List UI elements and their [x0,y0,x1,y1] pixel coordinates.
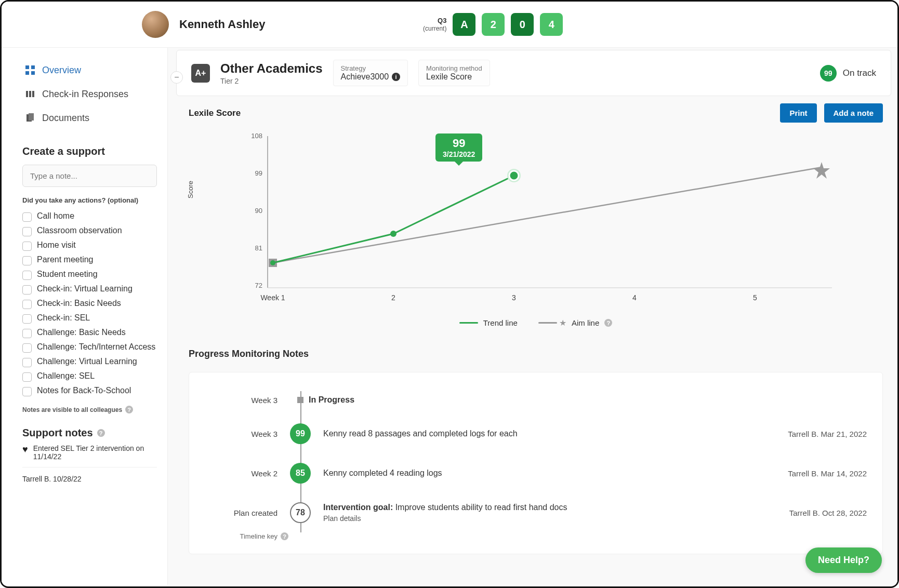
checkbox-icon[interactable] [22,212,32,222]
print-button[interactable]: Print [780,103,816,123]
svg-text:99: 99 [255,169,262,177]
svg-rect-8 [29,113,34,121]
strategy-value: Achieve3000 [341,72,389,82]
checkbox-icon[interactable] [22,387,32,396]
help-icon[interactable]: ? [97,429,105,437]
action-checkbox-12[interactable]: Notes for Back-To-School [22,384,157,398]
action-checkbox-9[interactable]: Challenge: Tech/Internet Access [22,340,157,355]
documents-icon [24,112,36,124]
svg-rect-4 [26,91,28,97]
timeline-key[interactable]: Timeline key [205,532,277,540]
header: Kenneth Ashley Q3 (current) A 2 0 4 [2,2,897,48]
checkbox-icon[interactable] [22,372,32,382]
timeline-text: Intervention goal: Improve students abil… [323,503,777,523]
svg-text:5: 5 [753,293,757,302]
nav-documents[interactable]: Documents [22,106,157,130]
checkbox-icon[interactable] [22,329,32,338]
period-pill-group: Q3 (current) A 2 0 4 [423,13,563,36]
visibility-note-text: Notes are visible to all colleagues [22,406,122,413]
subject-title: Other Academics [220,61,323,76]
help-icon[interactable]: ? [125,406,133,413]
timeline-row[interactable]: Week 399Kenny read 8 passages and comple… [205,414,867,453]
support-notes-title-text: Support notes [22,427,93,439]
svg-text:3: 3 [512,293,516,302]
y-axis-label: Score [187,181,194,198]
svg-marker-23 [813,162,830,179]
avatar[interactable] [142,11,169,38]
support-note-text: Entered SEL Tier 2 intervention on 11/14… [33,444,157,461]
action-label: Challenge: Virtual Learning [37,357,137,366]
action-checkbox-4[interactable]: Student meeting [22,268,157,282]
checkbox-icon[interactable] [22,314,32,324]
method-box[interactable]: Monitoring method Lexile Score [418,60,490,86]
action-checkbox-6[interactable]: Check-in: Basic Needs [22,297,157,311]
collapse-toggle[interactable]: − [170,71,183,84]
svg-rect-3 [31,71,35,75]
grade-badge: A+ [191,64,210,83]
nav-overview[interactable]: Overview [22,58,157,82]
checkbox-icon[interactable] [22,285,32,295]
svg-point-24 [270,260,275,265]
timeline-node: 99 [290,423,311,444]
pill-0[interactable]: 0 [511,13,534,36]
svg-line-21 [273,167,822,263]
timeline-sub[interactable]: Plan details [323,514,777,523]
action-label: Parent meeting [37,255,94,264]
add-note-button[interactable]: Add a note [824,103,883,123]
support-note-item[interactable]: ♥ Entered SEL Tier 2 intervention on 11/… [22,444,157,467]
note-input[interactable] [22,165,157,187]
legend-aim: ★ Aim line ? [538,318,612,328]
action-checkbox-2[interactable]: Home visit [22,238,157,253]
pill-a[interactable]: A [453,13,475,36]
timeline-row[interactable]: Week 285Kenny completed 4 reading logsTa… [205,453,867,493]
chart-area[interactable]: Score 108 99 90 81 72 [189,126,883,313]
tier-label: Tier 2 [220,77,323,85]
checkbox-icon[interactable] [22,227,32,236]
action-checkbox-5[interactable]: Check-in: Virtual Learning [22,282,157,297]
nav-checkin[interactable]: Check-in Responses [22,82,157,106]
pill-4[interactable]: 4 [540,13,563,36]
checkbox-icon[interactable] [22,300,32,309]
tooltip-value: 99 [443,137,475,150]
nav-checkin-label: Check-in Responses [42,89,128,100]
action-label: Classroom observation [37,226,122,235]
checkbox-icon[interactable] [22,271,32,280]
action-checkbox-1[interactable]: Classroom observation [22,224,157,238]
action-checkbox-8[interactable]: Challenge: Basic Needs [22,326,157,340]
need-help-button[interactable]: Need Help? [805,547,882,573]
timeline-row[interactable]: Plan created78Intervention goal: Improve… [205,493,867,532]
help-icon[interactable]: ? [281,532,288,540]
checkbox-icon[interactable] [22,358,32,367]
legend-trend: Trend line [459,318,518,327]
chart-tooltip: 99 3/21/2022 [435,133,482,162]
timeline-node [297,397,303,403]
action-label: Challenge: Tech/Internet Access [37,342,155,352]
checkbox-icon[interactable] [22,256,32,265]
timeline-row[interactable]: Week 3In Progress [205,386,867,414]
checkbox-icon[interactable] [22,242,32,251]
method-value: Lexile Score [426,72,482,82]
checkbox-icon[interactable] [22,343,32,353]
action-checkbox-11[interactable]: Challenge: SEL [22,369,157,384]
info-icon[interactable]: i [392,73,400,81]
timeline-meta: Tarrell B. Mar 14, 2022 [788,469,867,478]
svg-text:81: 81 [255,244,262,252]
chart-panel: Lexile Score Print Add a note Score 108 … [174,103,897,328]
action-checkbox-10[interactable]: Challenge: Virtual Learning [22,355,157,369]
nav-overview-label: Overview [42,65,81,76]
svg-rect-6 [32,91,34,97]
action-label: Home visit [37,240,76,250]
action-checkbox-0[interactable]: Call home [22,209,157,224]
support-note-author: Tarrell B. 10/28/22 [22,475,157,483]
action-checkbox-7[interactable]: Check-in: SEL [22,311,157,326]
progress-notes-section: Progress Monitoring Notes Week 3In Progr… [174,349,897,585]
action-checkbox-3[interactable]: Parent meeting [22,253,157,268]
help-icon[interactable]: ? [604,319,612,327]
timeline-meta: Tarrell B. Mar 21, 2022 [788,430,867,438]
timeline-week: Week 3 [205,396,277,405]
timeline-text: Kenny completed 4 reading logs [323,469,775,478]
heart-icon: ♥ [22,444,28,455]
strategy-label: Strategy [341,64,401,72]
strategy-box[interactable]: Strategy Achieve3000 i [333,60,408,86]
pill-2[interactable]: 2 [482,13,505,36]
